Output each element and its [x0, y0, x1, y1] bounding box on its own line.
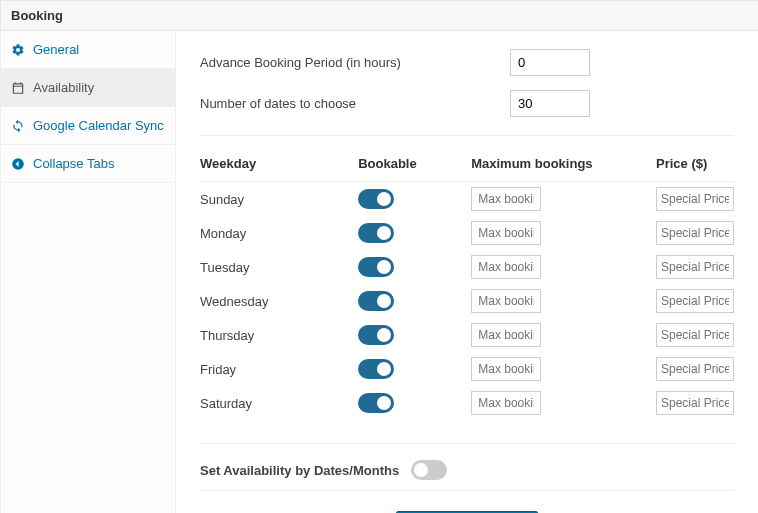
number-dates-input[interactable]: [510, 90, 590, 117]
availability-tbody: SundayMondayTuesdayWednesdayThursdayFrid…: [200, 182, 734, 426]
special-price-input[interactable]: [656, 221, 734, 245]
bookable-toggle[interactable]: [358, 359, 394, 379]
weekday-cell: Monday: [200, 216, 358, 250]
availability-table: Weekday Bookable Maximum bookings Price …: [200, 150, 734, 425]
main-content: Advance Booking Period (in hours) Number…: [176, 31, 758, 513]
table-row: Monday: [200, 216, 734, 250]
col-max: Maximum bookings: [471, 150, 656, 182]
calendar-icon: [11, 81, 25, 95]
sync-icon: [11, 119, 25, 133]
advance-booking-label: Advance Booking Period (in hours): [200, 55, 510, 70]
sidebar-item-label: Availability: [33, 80, 94, 95]
table-row: Saturday: [200, 386, 734, 425]
table-row: Wednesday: [200, 284, 734, 318]
advance-booking-input[interactable]: [510, 49, 590, 76]
arrow-left-icon: [11, 157, 25, 171]
dates-months-toggle[interactable]: [411, 460, 447, 480]
sidebar-item-general[interactable]: General: [1, 31, 175, 69]
sidebar-item-label: Collapse Tabs: [33, 156, 114, 171]
bookable-toggle[interactable]: [358, 325, 394, 345]
max-bookings-input[interactable]: [471, 187, 541, 211]
table-row: Friday: [200, 352, 734, 386]
weekday-cell: Tuesday: [200, 250, 358, 284]
special-price-input[interactable]: [656, 323, 734, 347]
bookable-toggle[interactable]: [358, 189, 394, 209]
col-weekday: Weekday: [200, 150, 358, 182]
bookable-toggle[interactable]: [358, 393, 394, 413]
weekday-cell: Friday: [200, 352, 358, 386]
sidebar-item-google-calendar-sync[interactable]: Google Calendar Sync: [1, 107, 175, 145]
special-price-input[interactable]: [656, 255, 734, 279]
gear-icon: [11, 43, 25, 57]
max-bookings-input[interactable]: [471, 255, 541, 279]
special-price-input[interactable]: [656, 391, 734, 415]
table-row: Thursday: [200, 318, 734, 352]
dates-months-label: Set Availability by Dates/Months: [200, 463, 399, 478]
max-bookings-input[interactable]: [471, 289, 541, 313]
bookable-toggle[interactable]: [358, 257, 394, 277]
weekday-cell: Wednesday: [200, 284, 358, 318]
max-bookings-input[interactable]: [471, 357, 541, 381]
special-price-input[interactable]: [656, 357, 734, 381]
number-dates-label: Number of dates to choose: [200, 96, 510, 111]
weekday-cell: Sunday: [200, 182, 358, 217]
max-bookings-input[interactable]: [471, 221, 541, 245]
weekday-cell: Saturday: [200, 386, 358, 425]
special-price-input[interactable]: [656, 187, 734, 211]
bookable-toggle[interactable]: [358, 291, 394, 311]
col-bookable: Bookable: [358, 150, 471, 182]
special-price-input[interactable]: [656, 289, 734, 313]
sidebar-item-availability[interactable]: Availability: [1, 69, 175, 107]
weekday-cell: Thursday: [200, 318, 358, 352]
table-row: Sunday: [200, 182, 734, 217]
sidebar: GeneralAvailabilityGoogle Calendar SyncC…: [0, 31, 176, 513]
max-bookings-input[interactable]: [471, 323, 541, 347]
sidebar-item-label: Google Calendar Sync: [33, 118, 164, 133]
panel-title: Booking: [0, 0, 758, 31]
max-bookings-input[interactable]: [471, 391, 541, 415]
bookable-toggle[interactable]: [358, 223, 394, 243]
table-row: Tuesday: [200, 250, 734, 284]
col-price: Price ($): [656, 150, 734, 182]
sidebar-item-collapse-tabs[interactable]: Collapse Tabs: [1, 145, 175, 183]
sidebar-item-label: General: [33, 42, 79, 57]
